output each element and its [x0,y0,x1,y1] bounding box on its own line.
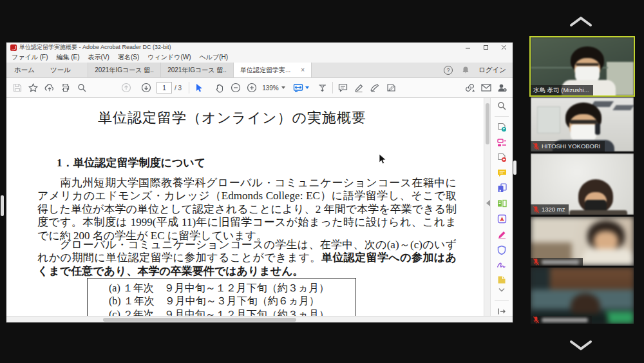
comment-icon[interactable] [337,83,348,93]
option-c: (c) ２年次 ９月中旬～１２月下旬（約３ヵ月） [109,308,352,316]
scroll-up-icon[interactable] [569,15,592,28]
acrobat-window: 単位認定留学実施概要 - Adobe Acrobat Reader DC (32… [6,43,513,322]
participant-video-4[interactable] [531,217,634,266]
participant-video-2[interactable]: HITOSHI YOKOBORI [531,97,634,152]
highlighter-icon[interactable] [497,230,507,239]
blurred-participant-name [542,260,579,264]
window-title: 単位認定留学実施概要 - Adobe Acrobat Reader DC (32… [19,43,464,52]
participant-video-5[interactable] [531,268,634,324]
left-scroll-handle[interactable] [1,195,4,216]
horizontal-scrollbar[interactable] [6,316,513,322]
participant-name-label: 水島 孝司 (Mizushi... [531,85,593,95]
create-pdf-icon[interactable] [497,153,507,162]
page-total: / 3 [175,84,182,92]
organize-pages-icon[interactable] [497,199,507,208]
compress-pdf-icon[interactable] [497,214,507,224]
participant-name-label: 1320 mz [531,204,569,215]
hand-tool-icon[interactable] [214,83,225,93]
section-heading: 1．単位認定留学制度について [57,155,205,170]
sign-pen-icon[interactable] [370,83,381,93]
scroll-down-icon[interactable] [569,338,592,351]
page-down-icon[interactable] [140,83,151,93]
maximize-icon[interactable] [482,44,489,51]
star-icon[interactable] [28,83,39,93]
share-cloud-icon[interactable] [44,83,55,93]
participant-video-3[interactable]: 1320 mz [531,153,634,215]
comment-tool-icon[interactable] [497,168,507,177]
muted-mic-icon [533,142,539,150]
fit-width-icon[interactable] [293,83,304,93]
participant-name-label [531,258,583,266]
tab-close-icon[interactable]: × [301,66,305,74]
save-icon[interactable] [12,83,23,93]
page-number-input[interactable] [156,82,172,93]
zoom-in-icon[interactable] [246,83,257,93]
search-icon[interactable] [76,83,87,93]
account-icon[interactable] [497,83,507,93]
protect-icon[interactable] [497,245,507,255]
edit-pdf-icon[interactable] [497,138,507,147]
zoom-out-icon[interactable] [230,83,241,93]
help-icon[interactable]: ? [444,66,453,75]
read-mode-icon[interactable] [317,83,328,93]
panel-search-icon[interactable] [497,101,507,110]
menu-view[interactable]: 表示(V) [88,53,109,62]
vertical-scroll-thumb[interactable] [486,103,489,144]
combine-files-icon[interactable] [497,183,507,193]
zoom-level[interactable]: 139% [262,84,279,92]
minimize-icon[interactable] [464,44,471,51]
highlight-icon[interactable] [354,83,365,93]
email-icon[interactable] [480,83,491,93]
option-b: (b) １年次 ９月中旬～３月下旬（約６ヵ月） [109,295,352,308]
zoom-dropdown-caret[interactable] [281,86,285,89]
collapse-panel-icon[interactable] [497,307,507,316]
pdf-page[interactable]: 単位認定留学（オンライン）の実施概要 1．単位認定留学制度について 南九州短期大… [6,98,484,316]
more-tools-icon[interactable] [497,275,507,284]
option-a: (a) １年次 ９月中旬～１２月下旬（約３ヵ月） [109,282,352,295]
page-up-icon[interactable] [120,83,131,93]
tab-row: ホーム ツール 2021年IGコース 留.. 2021年IGコース 留.. 単位… [6,63,513,78]
horizontal-scroll-thumb[interactable] [103,318,296,322]
menu-window[interactable]: ウィンドウ(W) [147,53,191,62]
select-cursor-icon[interactable] [194,83,205,93]
participant-name-label: HITOSHI YOKOBORI [531,141,605,152]
period-options-box: (a) １年次 ９月中旬～１２月下旬（約３ヵ月） (b) １年次 ９月中旬～３月… [87,278,356,316]
document-area: 単位認定留学（オンライン）の実施概要 1．単位認定留学制度について 南九州短期大… [6,98,513,316]
tab-home[interactable]: ホーム [6,63,43,77]
fill-sign-icon[interactable] [386,83,397,93]
doc-tab-active-label: 単位認定留学実... [240,66,290,75]
login-button[interactable]: ログイン [478,66,506,75]
doc-tab-1[interactable]: 2021年IGコース 留.. [88,63,160,77]
participant-video-1[interactable]: 水島 孝司 (Mizushi... [531,37,634,95]
muted-mic-icon [533,258,539,266]
fill-sign-tool-icon[interactable] [497,260,507,270]
scrollbar-thumb[interactable] [513,161,516,175]
doc-tab-2[interactable]: 2021年IGコース 留.. [160,63,233,77]
more-tools-chevron-icon[interactable] [497,286,507,295]
print-icon[interactable] [60,83,71,93]
bell-icon[interactable] [462,66,469,74]
collapse-panel-arrow-icon[interactable] [486,200,490,206]
menu-sign[interactable]: 署名(S) [118,53,139,62]
menu-help[interactable]: ヘルプ(H) [200,53,229,62]
document-title: 単位認定留学（オンライン）の実施概要 [6,108,458,128]
menu-edit[interactable]: 編集 (E) [56,53,79,62]
menu-bar: ファイル (F) 編集 (E) 表示(V) 署名(S) ウィンドウ(W) ヘルプ… [6,52,513,63]
muted-mic-icon [533,206,539,213]
blurred-participant-name [542,318,588,322]
close-icon[interactable] [500,44,507,51]
main-toolbar: / 3 139% [6,78,513,98]
vertical-scrollbar[interactable] [484,98,490,316]
participant-name-label [531,316,592,324]
participant-name: 1320 mz [542,204,565,215]
menu-file[interactable]: ファイル (F) [12,53,48,62]
export-pdf-icon[interactable] [497,123,507,132]
mouse-cursor [379,153,387,168]
fit-dropdown-caret[interactable] [305,86,309,89]
paragraph-1: 南九州短期大学国際教養学科グローバル・コミュニケーションコース在籍中にアメリカの… [37,177,457,242]
share-link-icon[interactable] [464,83,475,93]
doc-tab-active[interactable]: 単位認定留学実... × [233,63,312,77]
tab-tools[interactable]: ツール [43,63,79,77]
paragraph-2: グローバル・コミュニケーションコースの学生は、在学中、次の(a)～(c)のいずれ… [37,239,457,278]
tools-panel [490,98,513,316]
